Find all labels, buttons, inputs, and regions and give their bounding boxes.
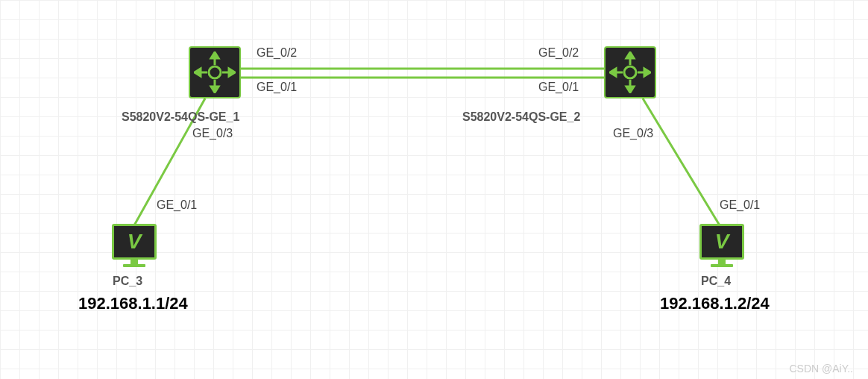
svg-marker-19	[610, 69, 616, 76]
port-s1-down: GE_0/3	[192, 127, 233, 140]
switch-2-label: S5820V2-54QS-GE_2	[462, 110, 580, 124]
port-pc2-up: GE_0/1	[720, 198, 760, 212]
router-icon	[604, 46, 656, 98]
switch-1-label: S5820V2-54QS-GE_1	[122, 110, 239, 124]
svg-marker-8	[211, 87, 218, 93]
pc-icon: V	[696, 224, 748, 269]
pc-3-ip: 192.168.1.1/24	[78, 294, 188, 313]
router-icon	[189, 46, 241, 98]
svg-marker-15	[626, 52, 634, 58]
pc-4[interactable]: V	[696, 224, 748, 269]
topology-canvas[interactable]: S5820V2-54QS-GE_1 S5820V2-54QS-GE_2 V PC…	[0, 0, 868, 379]
pc-4-ip: 192.168.1.2/24	[660, 294, 770, 313]
svg-marker-17	[626, 87, 634, 93]
pc-3[interactable]: V	[108, 224, 160, 269]
svg-marker-6	[211, 52, 218, 58]
pc-3-label: PC_3	[113, 275, 142, 288]
port-pc1-up: GE_0/1	[157, 198, 197, 212]
svg-marker-21	[644, 69, 650, 76]
svg-marker-12	[229, 69, 235, 76]
port-s2-top: GE_0/2	[538, 46, 579, 60]
switch-1[interactable]	[189, 46, 241, 98]
svg-point-4	[209, 66, 221, 78]
pc-4-label: PC_4	[701, 275, 731, 288]
port-s1-bot: GE_0/1	[257, 81, 297, 94]
links-layer	[0, 0, 868, 379]
port-s2-bot: GE_0/1	[538, 81, 579, 94]
watermark: CSDN @AiY..	[789, 363, 853, 375]
switch-2[interactable]	[604, 46, 656, 98]
svg-marker-10	[195, 69, 201, 76]
pc-icon: V	[108, 224, 160, 269]
svg-point-13	[624, 66, 636, 78]
port-s2-down: GE_0/3	[613, 127, 653, 140]
svg-line-3	[643, 98, 720, 225]
port-s1-top: GE_0/2	[257, 46, 297, 60]
